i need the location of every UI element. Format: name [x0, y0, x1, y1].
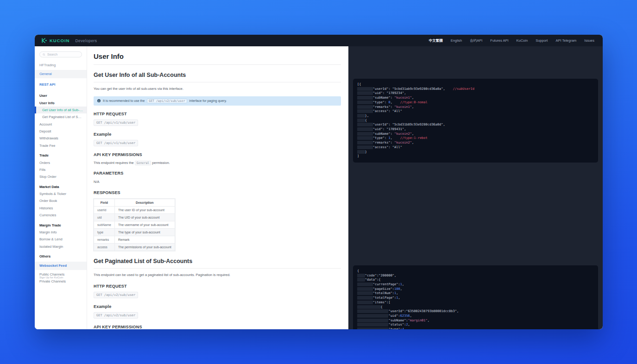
code-token: "uid": "1789234",	[373, 91, 406, 95]
search-input[interactable]	[47, 53, 79, 56]
code-token: "kucoin2"	[394, 141, 412, 144]
code-line: "type": 1, //type:1-rebot	[357, 136, 594, 141]
app-body: HFTradingGeneralREST APIUserUser InfoGet…	[35, 46, 603, 329]
sidebar-item[interactable]: Market Data	[35, 183, 87, 190]
sidebar-item[interactable]: Order Book	[35, 197, 87, 204]
table-cell: Remark	[114, 236, 175, 244]
code-token: "access": "All"	[373, 109, 402, 113]
nav-link[interactable]: KuCoin	[517, 38, 528, 43]
table-cell: The UID of your sub-account	[114, 214, 175, 221]
sub-heading: Example	[94, 304, 341, 309]
responses-table: FieldDescriptionuserIdThe user ID of you…	[94, 199, 175, 251]
code-token: "remarks":	[373, 141, 394, 144]
nav-link[interactable]: API Telegram	[555, 38, 576, 43]
code-token: ,	[398, 296, 400, 300]
code-token	[357, 278, 365, 282]
sidebar-item[interactable]: Isolated Margin	[35, 243, 87, 250]
sidebar-item[interactable]: Stop Order	[35, 173, 87, 180]
code-token: "uid":	[388, 314, 400, 318]
nav-link[interactable]: English	[451, 38, 462, 43]
brand-name: KUCOIN	[50, 38, 69, 43]
sidebar-item[interactable]: Margin Info	[35, 229, 87, 236]
nav-link[interactable]: Issues	[584, 38, 594, 43]
sidebar-item[interactable]: Deposit	[35, 128, 87, 135]
search-box[interactable]	[39, 51, 82, 57]
sidebar-item[interactable]: Fills	[35, 166, 87, 173]
code-line: "access": "All"	[357, 109, 594, 114]
paragraph: This endpoint requires the General permi…	[94, 161, 341, 165]
code-token: "kucoin1"	[394, 96, 412, 100]
code-token: "code":"200000",	[365, 274, 396, 277]
sidebar-item[interactable]: Withdrawals	[35, 135, 87, 142]
sidebar-item[interactable]: Websocket Feed	[35, 262, 87, 270]
sub-heading: HTTP REQUEST	[94, 284, 341, 289]
app-window: KUCOIN Developers 中文繁體English合约APIFuture…	[35, 35, 603, 329]
code-line: "pageSize":100,	[357, 287, 594, 292]
sidebar-item[interactable]: User Info	[35, 100, 87, 107]
code-token: },	[365, 114, 369, 118]
code-token	[357, 127, 373, 131]
code-token: "totalPage":	[373, 296, 397, 300]
sidebar-item[interactable]: Trade	[35, 152, 87, 159]
code-token: "userId":"635002438793b80001dcc8b3",	[388, 309, 459, 313]
code-token	[357, 327, 388, 329]
nav-link[interactable]: 合约API	[470, 38, 482, 43]
sidebar-item[interactable]: Others	[35, 253, 87, 260]
code-token: ,	[396, 291, 398, 295]
sidebar-item[interactable]: Get User Info of all Sub-Accounts	[35, 107, 87, 113]
sidebar-item[interactable]: General	[35, 70, 87, 78]
code-token: "type":	[373, 136, 389, 140]
paragraph: This endpoint can be used to get a pagin…	[94, 273, 341, 278]
code-line: "data":{	[357, 278, 594, 282]
code-token: ,	[410, 314, 412, 318]
code-line: "uid": "1789431",	[357, 127, 594, 132]
code-token: ,	[412, 132, 414, 136]
sidebar-item[interactable]: Histories	[35, 205, 87, 212]
code-token	[357, 301, 373, 304]
sidebar-item[interactable]: Private Channels	[35, 278, 87, 285]
code-token: "kucoin2"	[394, 132, 412, 136]
code-token: [{	[357, 82, 361, 86]
section-heading: Get User Info of all Sub-Accounts	[94, 72, 341, 82]
nav-link[interactable]: Support	[536, 38, 548, 43]
sidebar-item[interactable]: Trade Fee	[35, 142, 87, 149]
doc-section: Get Paginated List of Sub-AccountsThis e…	[94, 258, 341, 329]
sidebar-item[interactable]: HFTrading	[35, 62, 87, 69]
code-token	[357, 309, 388, 313]
sidebar-item[interactable]: REST API	[35, 81, 87, 88]
section-heading: Get Paginated List of Sub-Accounts	[94, 258, 341, 269]
code-token: "access": "All"	[373, 145, 402, 149]
code-token: "type":	[373, 100, 389, 104]
code-token: "subName":	[373, 96, 394, 100]
sidebar-item[interactable]: Currencies	[35, 212, 87, 219]
table-row: subNameThe username of your sub-account	[94, 221, 175, 229]
sidebar-item[interactable]: User	[35, 92, 87, 99]
info-text-pre: It is recommended to use the	[103, 99, 145, 102]
sidebar-item[interactable]: Borrow & Lend	[35, 236, 87, 243]
code-token	[357, 114, 365, 118]
brand[interactable]: KUCOIN Developers	[41, 38, 97, 44]
code-token	[357, 314, 388, 318]
sidebar: HFTradingGeneralREST APIUserUser InfoGet…	[35, 46, 87, 329]
sidebar-list: HFTradingGeneralREST APIUserUser InfoGet…	[35, 62, 87, 285]
code-line: "currentPage":1,	[357, 282, 594, 287]
code-token	[392, 136, 400, 140]
code-token: ,	[428, 319, 429, 322]
code-line: ]	[357, 154, 594, 159]
table-header-row: FieldDescription	[94, 199, 175, 207]
code-line: "remarks": "kucoin1",	[357, 105, 594, 110]
sidebar-item[interactable]: Margin Trade	[35, 222, 87, 229]
nav-link[interactable]: Futures API	[490, 38, 508, 43]
sidebar-item[interactable]: Orders	[35, 159, 87, 166]
sidebar-item[interactable]: Get Paginated List of Sub-Accounts	[35, 113, 87, 120]
table-header-cell: Description	[114, 199, 175, 207]
code-token	[357, 274, 365, 277]
code-token: ,	[408, 323, 410, 326]
sub-heading: Example	[94, 132, 341, 137]
signup-link[interactable]: Sign Up for KuCoin	[39, 276, 63, 279]
sidebar-item[interactable]: Symbols & Ticker	[35, 190, 87, 197]
nav-link[interactable]: 中文繁體	[429, 38, 443, 43]
code-token	[357, 323, 388, 326]
sidebar-item[interactable]: Account	[35, 121, 87, 128]
code-token: "currentPage":	[373, 282, 400, 286]
